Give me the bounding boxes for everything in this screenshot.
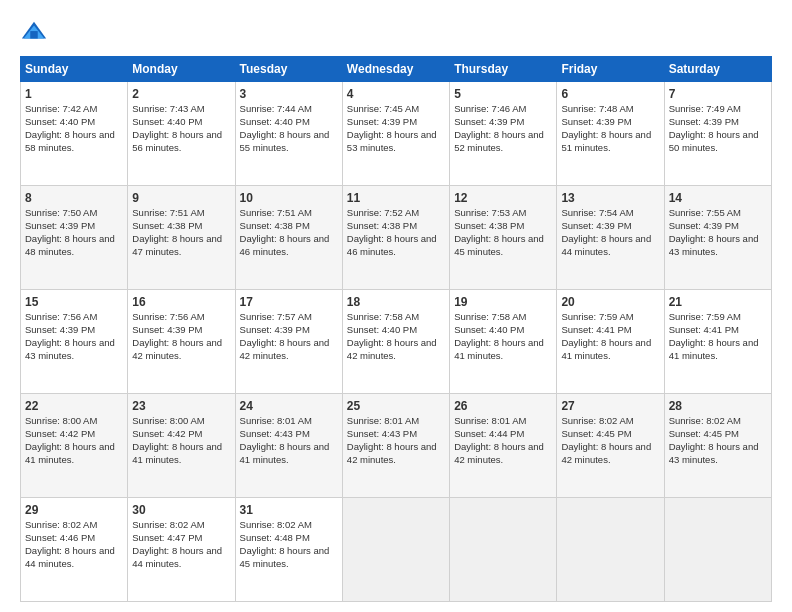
day-number: 8 [25, 190, 123, 206]
sunrise-label: Sunrise: 7:56 AM [25, 311, 97, 322]
sunset-label: Sunset: 4:39 PM [25, 324, 95, 335]
calendar-cell [557, 498, 664, 602]
calendar-cell: 25Sunrise: 8:01 AMSunset: 4:43 PMDayligh… [342, 394, 449, 498]
day-number: 28 [669, 398, 767, 414]
sunrise-label: Sunrise: 7:55 AM [669, 207, 741, 218]
sunrise-label: Sunrise: 7:50 AM [25, 207, 97, 218]
daylight-label: Daylight: 8 hours and 45 minutes. [240, 545, 330, 569]
daylight-label: Daylight: 8 hours and 42 minutes. [454, 441, 544, 465]
sunset-label: Sunset: 4:38 PM [132, 220, 202, 231]
sunset-label: Sunset: 4:45 PM [561, 428, 631, 439]
daylight-label: Daylight: 8 hours and 42 minutes. [240, 337, 330, 361]
daylight-label: Daylight: 8 hours and 41 minutes. [561, 337, 651, 361]
day-number: 1 [25, 86, 123, 102]
weekday-header-row: SundayMondayTuesdayWednesdayThursdayFrid… [21, 57, 772, 82]
weekday-header: Thursday [450, 57, 557, 82]
sunrise-label: Sunrise: 8:02 AM [669, 415, 741, 426]
sunrise-label: Sunrise: 7:56 AM [132, 311, 204, 322]
weekday-header: Tuesday [235, 57, 342, 82]
day-number: 29 [25, 502, 123, 518]
calendar-cell: 24Sunrise: 8:01 AMSunset: 4:43 PMDayligh… [235, 394, 342, 498]
calendar-cell: 12Sunrise: 7:53 AMSunset: 4:38 PMDayligh… [450, 186, 557, 290]
logo [20, 18, 52, 46]
daylight-label: Daylight: 8 hours and 42 minutes. [561, 441, 651, 465]
sunset-label: Sunset: 4:39 PM [347, 116, 417, 127]
sunrise-label: Sunrise: 7:45 AM [347, 103, 419, 114]
calendar-cell: 3Sunrise: 7:44 AMSunset: 4:40 PMDaylight… [235, 82, 342, 186]
daylight-label: Daylight: 8 hours and 45 minutes. [454, 233, 544, 257]
header [20, 18, 772, 46]
sunrise-label: Sunrise: 7:58 AM [347, 311, 419, 322]
calendar-cell: 17Sunrise: 7:57 AMSunset: 4:39 PMDayligh… [235, 290, 342, 394]
sunrise-label: Sunrise: 8:00 AM [25, 415, 97, 426]
calendar-cell [450, 498, 557, 602]
sunset-label: Sunset: 4:47 PM [132, 532, 202, 543]
daylight-label: Daylight: 8 hours and 52 minutes. [454, 129, 544, 153]
daylight-label: Daylight: 8 hours and 53 minutes. [347, 129, 437, 153]
sunset-label: Sunset: 4:39 PM [454, 116, 524, 127]
sunrise-label: Sunrise: 7:49 AM [669, 103, 741, 114]
sunrise-label: Sunrise: 7:51 AM [132, 207, 204, 218]
day-number: 24 [240, 398, 338, 414]
calendar-cell: 16Sunrise: 7:56 AMSunset: 4:39 PMDayligh… [128, 290, 235, 394]
sunrise-label: Sunrise: 7:51 AM [240, 207, 312, 218]
daylight-label: Daylight: 8 hours and 42 minutes. [347, 337, 437, 361]
logo-icon [20, 18, 48, 46]
calendar-cell: 29Sunrise: 8:02 AMSunset: 4:46 PMDayligh… [21, 498, 128, 602]
calendar-cell: 15Sunrise: 7:56 AMSunset: 4:39 PMDayligh… [21, 290, 128, 394]
calendar-cell: 27Sunrise: 8:02 AMSunset: 4:45 PMDayligh… [557, 394, 664, 498]
calendar-row: 1Sunrise: 7:42 AMSunset: 4:40 PMDaylight… [21, 82, 772, 186]
daylight-label: Daylight: 8 hours and 44 minutes. [132, 545, 222, 569]
daylight-label: Daylight: 8 hours and 44 minutes. [561, 233, 651, 257]
calendar-row: 15Sunrise: 7:56 AMSunset: 4:39 PMDayligh… [21, 290, 772, 394]
calendar-row: 29Sunrise: 8:02 AMSunset: 4:46 PMDayligh… [21, 498, 772, 602]
sunset-label: Sunset: 4:45 PM [669, 428, 739, 439]
daylight-label: Daylight: 8 hours and 43 minutes. [669, 441, 759, 465]
sunrise-label: Sunrise: 8:01 AM [347, 415, 419, 426]
weekday-header: Friday [557, 57, 664, 82]
day-number: 5 [454, 86, 552, 102]
sunrise-label: Sunrise: 8:01 AM [240, 415, 312, 426]
day-number: 11 [347, 190, 445, 206]
weekday-header: Wednesday [342, 57, 449, 82]
sunrise-label: Sunrise: 7:42 AM [25, 103, 97, 114]
daylight-label: Daylight: 8 hours and 51 minutes. [561, 129, 651, 153]
page: SundayMondayTuesdayWednesdayThursdayFrid… [0, 0, 792, 612]
calendar-cell: 6Sunrise: 7:48 AMSunset: 4:39 PMDaylight… [557, 82, 664, 186]
sunrise-label: Sunrise: 7:43 AM [132, 103, 204, 114]
day-number: 15 [25, 294, 123, 310]
calendar-cell [664, 498, 771, 602]
calendar-cell: 30Sunrise: 8:02 AMSunset: 4:47 PMDayligh… [128, 498, 235, 602]
daylight-label: Daylight: 8 hours and 41 minutes. [25, 441, 115, 465]
daylight-label: Daylight: 8 hours and 43 minutes. [669, 233, 759, 257]
sunset-label: Sunset: 4:38 PM [347, 220, 417, 231]
day-number: 22 [25, 398, 123, 414]
day-number: 18 [347, 294, 445, 310]
daylight-label: Daylight: 8 hours and 43 minutes. [25, 337, 115, 361]
calendar-cell: 23Sunrise: 8:00 AMSunset: 4:42 PMDayligh… [128, 394, 235, 498]
day-number: 2 [132, 86, 230, 102]
day-number: 12 [454, 190, 552, 206]
day-number: 16 [132, 294, 230, 310]
sunset-label: Sunset: 4:46 PM [25, 532, 95, 543]
sunset-label: Sunset: 4:39 PM [561, 116, 631, 127]
calendar-cell: 5Sunrise: 7:46 AMSunset: 4:39 PMDaylight… [450, 82, 557, 186]
daylight-label: Daylight: 8 hours and 44 minutes. [25, 545, 115, 569]
sunset-label: Sunset: 4:44 PM [454, 428, 524, 439]
sunrise-label: Sunrise: 8:01 AM [454, 415, 526, 426]
calendar-cell: 22Sunrise: 8:00 AMSunset: 4:42 PMDayligh… [21, 394, 128, 498]
sunset-label: Sunset: 4:38 PM [454, 220, 524, 231]
sunset-label: Sunset: 4:40 PM [347, 324, 417, 335]
sunset-label: Sunset: 4:41 PM [669, 324, 739, 335]
calendar-cell: 13Sunrise: 7:54 AMSunset: 4:39 PMDayligh… [557, 186, 664, 290]
day-number: 7 [669, 86, 767, 102]
sunrise-label: Sunrise: 7:52 AM [347, 207, 419, 218]
sunset-label: Sunset: 4:38 PM [240, 220, 310, 231]
calendar-cell: 21Sunrise: 7:59 AMSunset: 4:41 PMDayligh… [664, 290, 771, 394]
daylight-label: Daylight: 8 hours and 50 minutes. [669, 129, 759, 153]
sunrise-label: Sunrise: 7:58 AM [454, 311, 526, 322]
daylight-label: Daylight: 8 hours and 41 minutes. [240, 441, 330, 465]
sunrise-label: Sunrise: 8:02 AM [561, 415, 633, 426]
day-number: 31 [240, 502, 338, 518]
sunset-label: Sunset: 4:40 PM [454, 324, 524, 335]
